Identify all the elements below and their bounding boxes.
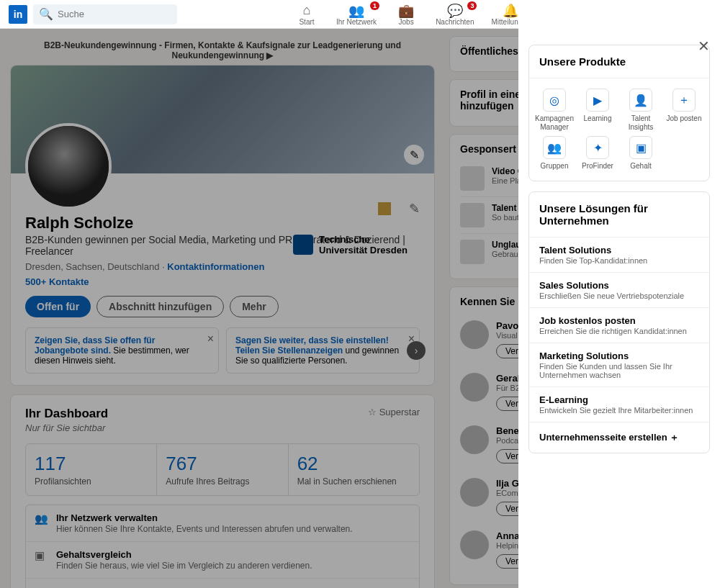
close-panel-button[interactable]: ✕ [698,37,710,55]
messaging-icon: 💬 [447,3,463,17]
product-icon: ＋ [672,89,696,112]
product-icon: 👤 [629,89,652,112]
solutions-heading: Unsere Lösungen für Unternehmen [529,192,709,238]
network-badge: 1 [370,1,379,10]
products-heading: Unsere Produkte [529,45,709,78]
product-item[interactable]: 👥Gruppen [535,136,574,171]
products-panel: ✕ Unsere Produkte ◎Kampagnen Manager▶Lea… [518,0,720,588]
linkedin-logo[interactable]: in [9,5,27,24]
product-item[interactable]: ▶Learning [578,89,617,132]
nav-messaging[interactable]: 💬3Nachrichten [427,3,482,26]
solution-item[interactable]: Sales SolutionsErschließen Sie neue Vert… [529,273,709,308]
modal-overlay[interactable] [0,0,518,588]
create-company-page[interactable]: Unternehmensseite erstellen ＋ [529,422,709,453]
product-icon: 👥 [543,136,566,159]
messaging-badge: 3 [467,1,477,10]
product-item[interactable]: 👤Talent Insights [621,89,660,132]
nav-network[interactable]: 👥1Ihr Netzwerk [328,3,385,26]
product-item[interactable]: ✦ProFinder [578,136,617,171]
bell-icon: 🔔 [503,3,518,17]
product-item[interactable]: ＋Job posten [665,89,703,132]
search-input[interactable] [58,9,171,19]
solutions-card: Unsere Lösungen für Unternehmen Talent S… [528,191,710,453]
nav-jobs[interactable]: 💼Jobs [385,3,427,26]
home-icon: ⌂ [303,3,311,17]
solution-item[interactable]: Job kostenlos postenErreichen Sie die ri… [529,308,709,343]
product-icon: ◎ [543,89,566,112]
solution-item[interactable]: E-LearningEntwickeln Sie gezielt Ihre Mi… [529,387,709,422]
jobs-icon: 💼 [398,3,414,17]
network-icon: 👥 [348,3,364,17]
product-icon: ▶ [586,89,609,112]
solution-item[interactable]: Marketing SolutionsFinden Sie Kunden und… [529,343,709,387]
search-box[interactable]: 🔍 [33,4,177,24]
product-item[interactable]: ◎Kampagnen Manager [535,89,574,132]
products-card: Unsere Produkte ◎Kampagnen Manager▶Learn… [528,45,710,181]
product-icon: ▣ [629,136,652,159]
nav-home[interactable]: ⌂Start [286,3,328,26]
solution-item[interactable]: Talent SolutionsFinden Sie Top-Kandidat:… [529,238,709,273]
search-icon: 🔍 [39,7,53,21]
product-icon: ✦ [586,136,609,159]
product-item[interactable]: ▣Gehalt [621,136,660,171]
